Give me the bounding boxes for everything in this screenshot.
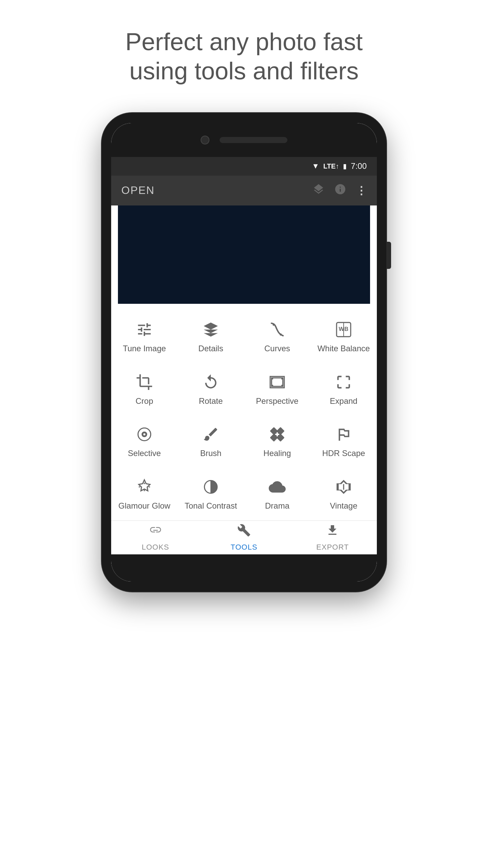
tools-label: TOOLS — [230, 543, 257, 552]
healing-icon — [269, 425, 286, 444]
selective-icon — [136, 425, 153, 444]
vintage-label: Vintage — [330, 501, 358, 511]
open-button[interactable]: OPEN — [121, 184, 155, 197]
vintage-icon — [335, 477, 352, 496]
perspective-label: Perspective — [256, 396, 298, 406]
expand-icon — [335, 373, 352, 392]
wifi-icon: ▼ — [312, 162, 319, 171]
glamour-glow-label: Glamour Glow — [118, 501, 170, 511]
tool-crop[interactable]: Crop — [111, 363, 178, 416]
tool-details[interactable]: Details — [178, 311, 244, 363]
export-icon — [326, 524, 339, 540]
tool-expand[interactable]: Expand — [310, 363, 377, 416]
healing-label: Healing — [263, 449, 291, 458]
phone-mockup: ▼ LTE↑ ▮ 7:00 OPEN — [102, 113, 386, 723]
battery-icon: ▮ — [343, 162, 347, 170]
tool-curves[interactable]: Curves — [244, 311, 310, 363]
looks-label: LOOKS — [142, 543, 169, 552]
status-bar: ▼ LTE↑ ▮ 7:00 — [111, 157, 377, 176]
tool-vintage[interactable]: Vintage — [310, 468, 377, 520]
nav-tools[interactable]: TOOLS — [200, 524, 288, 552]
expand-label: Expand — [330, 396, 357, 406]
white-balance-icon: W B — [335, 320, 352, 339]
svg-rect-6 — [271, 378, 283, 386]
tool-brush[interactable]: Brush — [178, 415, 244, 468]
tools-panel: Tune Image Details — [111, 304, 377, 554]
headline: Perfect any photo fast using tools and f… — [92, 27, 396, 86]
svg-point-1 — [280, 333, 282, 335]
svg-text:B: B — [344, 326, 348, 332]
status-time: 7:00 — [351, 161, 367, 171]
phone-bezel-bottom — [111, 554, 377, 581]
nav-looks[interactable]: LOOKS — [111, 524, 200, 552]
rotate-icon — [202, 373, 219, 392]
nav-export[interactable]: EXPORT — [288, 524, 377, 552]
tool-perspective[interactable]: Perspective — [244, 363, 310, 416]
app-header: OPEN ⋮ — [111, 176, 377, 205]
bottom-nav: LOOKS TOOLS — [111, 520, 377, 554]
more-icon[interactable]: ⋮ — [356, 184, 367, 197]
lte-icon: LTE↑ — [323, 162, 339, 170]
headline-line2: using tools and filters — [129, 57, 359, 84]
tool-selective[interactable]: Selective — [111, 415, 178, 468]
crop-icon — [136, 373, 153, 392]
svg-point-0 — [272, 323, 274, 326]
tool-glamour-glow[interactable]: Glamour Glow — [111, 468, 178, 520]
tune-image-icon — [136, 320, 153, 339]
drama-icon — [269, 477, 286, 496]
photo-area — [118, 205, 370, 304]
layers-icon[interactable] — [312, 183, 325, 198]
hdr-scape-icon — [335, 425, 352, 444]
tools-icon — [237, 524, 251, 540]
tune-image-label: Tune Image — [123, 344, 166, 354]
details-icon — [202, 320, 219, 339]
brush-icon — [202, 425, 219, 444]
tool-drama[interactable]: Drama — [244, 468, 310, 520]
curves-icon — [269, 320, 286, 339]
phone-bezel-top — [111, 123, 377, 157]
tonal-contrast-icon — [202, 477, 219, 496]
tonal-contrast-label: Tonal Contrast — [185, 501, 237, 511]
rotate-label: Rotate — [199, 396, 223, 406]
info-icon[interactable] — [334, 183, 346, 198]
white-balance-label: White Balance — [318, 344, 370, 354]
selective-label: Selective — [128, 449, 161, 458]
header-icons: ⋮ — [312, 183, 367, 198]
brush-label: Brush — [200, 449, 222, 458]
tools-grid: Tune Image Details — [111, 311, 377, 520]
curves-label: Curves — [264, 344, 290, 354]
phone-camera — [201, 136, 209, 144]
tool-tune-image[interactable]: Tune Image — [111, 311, 178, 363]
hdr-scape-label: HDR Scape — [322, 449, 365, 458]
glamour-glow-icon — [136, 477, 153, 496]
perspective-icon — [269, 373, 286, 392]
phone-screen: ▼ LTE↑ ▮ 7:00 OPEN — [111, 123, 377, 581]
looks-icon — [149, 524, 162, 540]
details-label: Details — [198, 344, 223, 354]
drama-label: Drama — [265, 501, 289, 511]
crop-label: Crop — [136, 396, 153, 406]
tool-rotate[interactable]: Rotate — [178, 363, 244, 416]
export-label: EXPORT — [316, 543, 349, 552]
tool-healing[interactable]: Healing — [244, 415, 310, 468]
phone-frame: ▼ LTE↑ ▮ 7:00 OPEN — [102, 113, 386, 592]
svg-point-9 — [143, 433, 145, 435]
tool-white-balance[interactable]: W B White Balance — [310, 311, 377, 363]
tool-tonal-contrast[interactable]: Tonal Contrast — [178, 468, 244, 520]
phone-speaker — [220, 137, 287, 143]
tool-hdr-scape[interactable]: HDR Scape — [310, 415, 377, 468]
headline-line1: Perfect any photo fast — [125, 28, 363, 55]
